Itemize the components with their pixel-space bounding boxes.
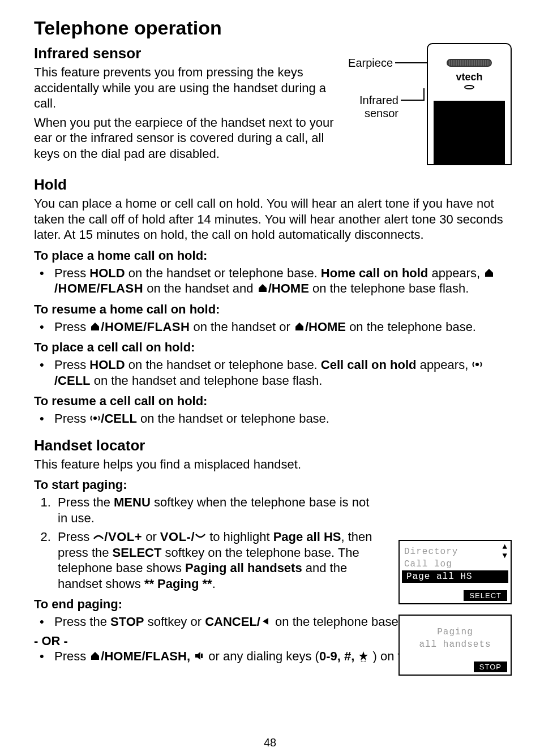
resume-home-item: Press /HOME/FLASH on the handset or /HOM… (54, 319, 506, 335)
sensor-icon (464, 85, 474, 89)
vtech-logo: vtech (428, 71, 511, 83)
mute-icon (194, 650, 205, 662)
place-cell-item: Press HOLD on the handset or telephone b… (54, 357, 506, 388)
hold-heading: Hold (34, 176, 506, 194)
infrared-label: Infraredsensor (342, 94, 398, 120)
locator-intro: This feature helps you find a misplaced … (34, 457, 506, 472)
place-home-item: Press HOLD on the handset or telephone b… (54, 265, 506, 297)
start-paging-step-1: Press the MENU softkey when the telephon… (54, 495, 379, 526)
up-arrow-icon (93, 531, 104, 542)
place-cell-heading: To place a cell call on hold: (34, 340, 506, 355)
home-icon (89, 650, 101, 662)
infrared-leader (401, 100, 423, 101)
side-button-icon (511, 81, 512, 98)
start-paging-heading: To start paging: (34, 478, 506, 492)
earpiece-icon (447, 59, 492, 67)
infrared-p1: This feature prevents you from pressing … (34, 65, 334, 111)
side-button-icon (511, 61, 512, 78)
cell-icon (472, 359, 483, 370)
start-paging-step-2: Press /VOL+ or VOL-/ to highlight Page a… (54, 529, 379, 591)
down-arrow-icon (195, 531, 206, 542)
earpiece-label: Earpiece (342, 57, 393, 70)
lcd-softkey: STOP (474, 662, 507, 672)
scroll-arrows-icon: ▲▼ (503, 542, 507, 560)
lcd-row: Directory (400, 545, 511, 558)
phone-diagram: Earpiece Infraredsensor vtech (342, 43, 512, 167)
lcd-message: Pagingall handsets (400, 616, 511, 651)
home-icon (257, 282, 268, 294)
home-icon (89, 321, 101, 332)
star-icon (358, 650, 369, 662)
resume-home-heading: To resume a home call on hold: (34, 302, 506, 317)
lcd-screen-menu: ▲▼ Directory Call log Page all HS SELECT (398, 540, 512, 604)
page-title: Telephone operation (34, 17, 506, 39)
phone-body: vtech (427, 43, 512, 165)
hold-intro: You can place a home or cell call on hol… (34, 196, 506, 243)
infrared-leader-v (423, 88, 425, 101)
back-icon (260, 616, 272, 627)
page-number: 48 (0, 736, 540, 749)
lcd-row: Call log (400, 558, 511, 570)
locator-heading: Handset locator (34, 437, 506, 454)
home-icon (483, 267, 495, 278)
place-home-heading: To place a home call on hold: (34, 248, 506, 263)
lcd-softkey: SELECT (464, 590, 507, 601)
infrared-p2: When you put the earpiece of the handset… (34, 115, 334, 162)
cell-icon (89, 413, 101, 424)
lcd-row-selected: Page all HS (402, 570, 508, 583)
phone-screen (434, 101, 505, 164)
lcd-screen-paging: Pagingall handsets STOP (398, 615, 512, 676)
resume-cell-heading: To resume a cell call on hold: (34, 394, 506, 409)
resume-cell-item: Press /CELL on the handset or telephone … (54, 411, 506, 427)
home-icon (294, 321, 305, 332)
